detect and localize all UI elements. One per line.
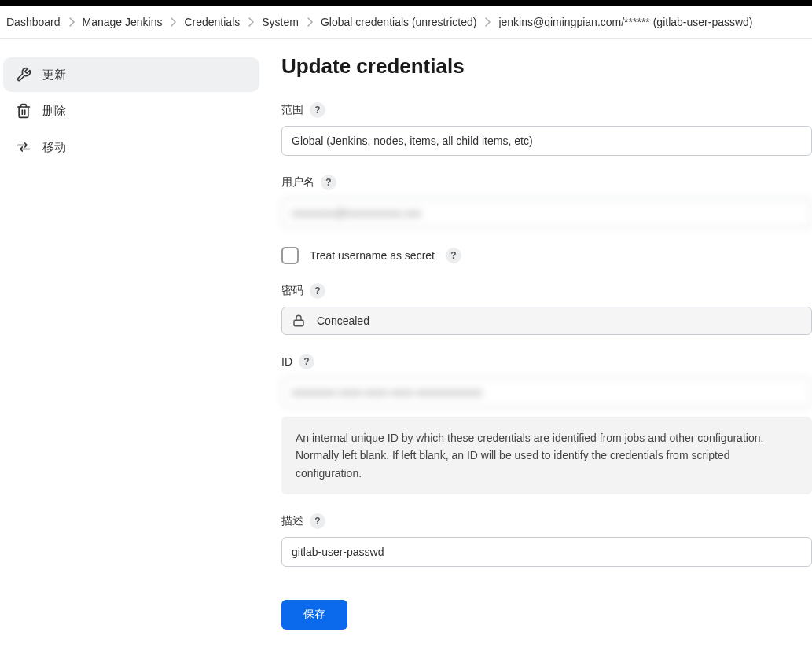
trash-icon [16, 103, 31, 119]
top-bar [0, 0, 812, 6]
help-icon[interactable]: ? [310, 283, 325, 299]
help-icon[interactable]: ? [299, 354, 314, 369]
swap-icon [16, 139, 31, 155]
chevron-right-icon [248, 17, 254, 27]
sidebar-item-update[interactable]: 更新 [3, 57, 259, 92]
id-input[interactable] [281, 377, 812, 407]
description-label: 描述 [281, 514, 303, 528]
sidebar-item-delete[interactable]: 删除 [3, 94, 259, 128]
help-icon[interactable]: ? [321, 175, 336, 190]
breadcrumb-global-credentials[interactable]: Global credentials (unrestricted) [319, 13, 478, 31]
password-display: Concealed [317, 314, 369, 327]
field-id: ID ? An internal unique ID by which thes… [281, 354, 812, 494]
breadcrumb-manage-jenkins[interactable]: Manage Jenkins [81, 13, 164, 31]
scope-label: 范围 [281, 103, 303, 117]
save-button[interactable]: 保存 [281, 600, 347, 630]
username-label: 用户名 [281, 175, 314, 189]
password-input[interactable]: Concealed [281, 307, 812, 335]
sidebar-item-label: 更新 [42, 68, 66, 83]
field-treat-secret: Treat username as secret ? [281, 247, 812, 264]
breadcrumb: Dashboard Manage Jenkins Credentials Sys… [0, 6, 812, 39]
id-label: ID [281, 355, 292, 368]
scope-select[interactable]: Global (Jenkins, nodes, items, all child… [281, 126, 812, 156]
breadcrumb-dashboard[interactable]: Dashboard [5, 13, 62, 31]
field-username: 用户名 ? [281, 175, 812, 228]
field-scope: 范围 ? Global (Jenkins, nodes, items, all … [281, 102, 812, 156]
sidebar-item-label: 移动 [42, 140, 66, 155]
page-title: Update credentials [281, 54, 812, 79]
id-help-text: An internal unique ID by which these cre… [281, 417, 812, 494]
sidebar-item-move[interactable]: 移动 [3, 130, 259, 164]
username-input[interactable] [281, 198, 812, 228]
field-description: 描述 ? [281, 513, 812, 567]
breadcrumb-credentials[interactable]: Credentials [182, 13, 241, 31]
wrench-icon [16, 67, 31, 83]
breadcrumb-credential-id[interactable]: jenkins@qimingpian.com/****** (gitlab-us… [497, 13, 754, 31]
svg-rect-2 [294, 320, 303, 326]
breadcrumb-system[interactable]: System [260, 13, 300, 31]
treat-secret-checkbox[interactable] [281, 247, 299, 264]
chevron-right-icon [484, 17, 491, 27]
treat-secret-label: Treat username as secret [310, 249, 435, 262]
help-icon[interactable]: ? [310, 102, 325, 118]
help-icon[interactable]: ? [310, 513, 325, 529]
description-input[interactable] [281, 537, 812, 567]
sidebar: 更新 删除 移动 [0, 39, 267, 669]
help-icon[interactable]: ? [446, 248, 461, 263]
password-label: 密码 [281, 284, 303, 298]
sidebar-item-label: 删除 [42, 104, 66, 119]
chevron-right-icon [68, 17, 75, 27]
chevron-right-icon [170, 17, 176, 27]
lock-icon [292, 314, 306, 328]
chevron-right-icon [307, 17, 313, 27]
main-content: Update credentials 范围 ? Global (Jenkins,… [267, 39, 812, 669]
field-password: 密码 ? Concealed [281, 283, 812, 335]
